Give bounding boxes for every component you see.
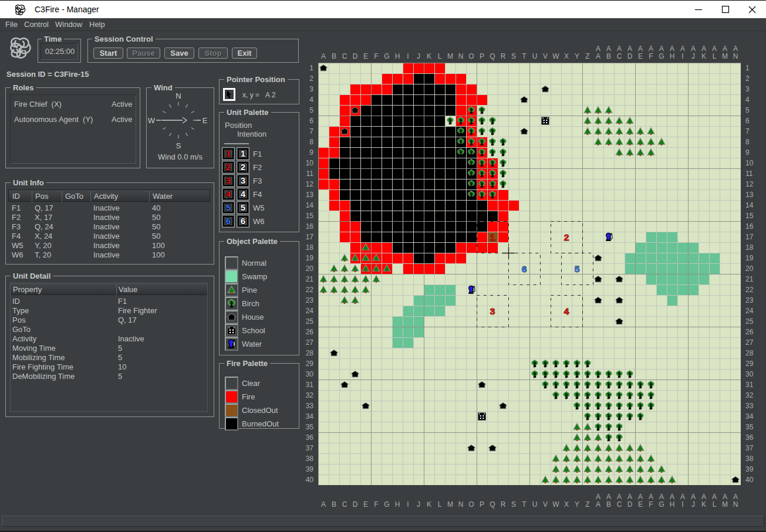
svg-text:2: 2 <box>564 232 569 242</box>
svg-text:Wind 0.0 m/s: Wind 0.0 m/s <box>158 153 203 161</box>
svg-text:S: S <box>176 141 181 150</box>
svg-text:E: E <box>203 116 208 125</box>
svg-text:5: 5 <box>575 264 580 274</box>
svg-text:N: N <box>176 92 181 100</box>
svg-text:W: W <box>148 116 156 125</box>
svg-text:1: 1 <box>490 232 495 242</box>
svg-text:4: 4 <box>564 306 569 316</box>
svg-text:3: 3 <box>490 306 495 316</box>
svg-text:6: 6 <box>522 264 527 274</box>
